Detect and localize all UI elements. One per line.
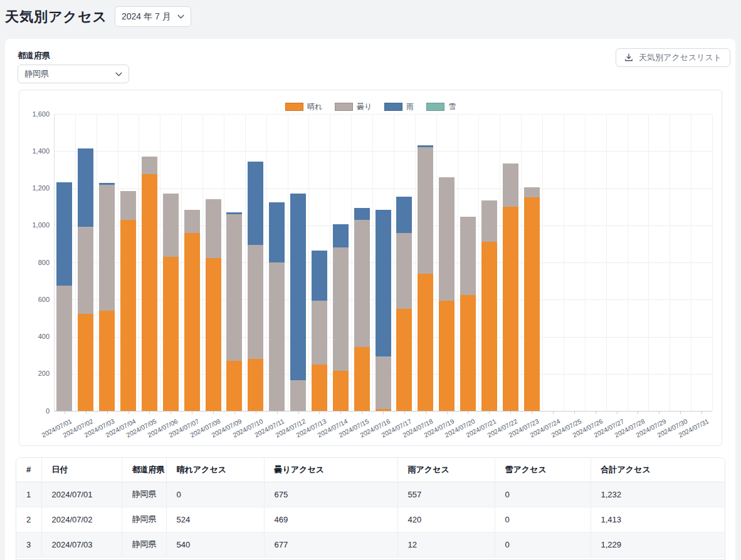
axis-tick (129, 411, 129, 414)
bar-segment[interactable] (376, 210, 391, 356)
bar-segment[interactable] (248, 162, 263, 245)
bar-segment[interactable] (439, 301, 455, 411)
table-cell: 0 (495, 532, 591, 557)
bar-segment[interactable] (56, 182, 72, 286)
bar-segment[interactable] (120, 220, 136, 411)
bar-segment[interactable] (524, 187, 540, 197)
bar-segment[interactable] (354, 208, 370, 220)
bar-segment[interactable] (226, 212, 242, 214)
bar-segment[interactable] (503, 163, 518, 207)
bar-segment[interactable] (460, 295, 476, 411)
legend-item: 曇り (335, 101, 372, 112)
table-cell: 557 (397, 482, 495, 507)
bar-segment[interactable] (269, 262, 285, 411)
y-tick-label: 0 (19, 407, 50, 415)
bar-segment[interactable] (78, 148, 93, 226)
table-cell: 12 (397, 532, 495, 557)
bar-segment[interactable] (142, 174, 157, 411)
bar-segment[interactable] (439, 177, 455, 301)
bar-segment[interactable] (184, 233, 200, 411)
column-header: # (16, 458, 41, 482)
v-gridline (160, 114, 160, 411)
access-data-table: #日付都道府県晴れアクセス曇りアクセス雨アクセス雪アクセス合計アクセス 1202… (16, 458, 725, 557)
v-gridline (288, 114, 288, 411)
bar-segment[interactable] (333, 371, 349, 411)
y-tick-label: 400 (19, 333, 50, 340)
bar-segment[interactable] (99, 185, 115, 311)
bar-segment[interactable] (184, 210, 200, 233)
axis-tick (553, 411, 554, 414)
bar-segment[interactable] (481, 242, 497, 411)
y-tick-label: 1,200 (19, 184, 50, 192)
bar-segment[interactable] (56, 286, 72, 411)
table-cell: 静岡県 (122, 482, 166, 507)
column-header: 曇りアクセス (264, 458, 397, 482)
axis-tick (319, 411, 320, 414)
v-gridline (97, 114, 97, 411)
v-gridline (308, 114, 309, 411)
bar-segment[interactable] (163, 194, 179, 257)
table-cell: 420 (397, 507, 495, 532)
table-cell: 2 (16, 507, 41, 532)
table-row: 12024/07/01静岡県067555701,232 (16, 482, 725, 507)
bar-segment[interactable] (333, 247, 349, 371)
bar-segment[interactable] (354, 347, 370, 411)
v-gridline (691, 114, 691, 411)
axis-tick (383, 411, 384, 414)
bar-segment[interactable] (418, 145, 433, 147)
bar-segment[interactable] (206, 258, 221, 411)
bar-segment[interactable] (290, 380, 306, 411)
bar-segment[interactable] (396, 309, 412, 411)
bar-segment[interactable] (312, 251, 327, 301)
axis-tick (510, 411, 511, 414)
bar-segment[interactable] (396, 233, 412, 309)
bar-segment[interactable] (226, 361, 242, 411)
bar-segment[interactable] (312, 301, 327, 365)
bar-segment[interactable] (78, 314, 93, 411)
bar-segment[interactable] (481, 200, 497, 242)
bar-segment[interactable] (206, 199, 221, 257)
prefecture-select[interactable]: 静岡県 (18, 65, 129, 83)
axis-tick (468, 411, 468, 414)
month-select[interactable]: 2024 年 7 月 (115, 6, 191, 27)
bar-segment[interactable] (99, 311, 115, 411)
bar-segment[interactable] (312, 365, 327, 411)
table-cell: 3 (16, 532, 41, 557)
axis-tick (234, 411, 235, 414)
v-gridline (585, 114, 586, 411)
axis-tick (192, 411, 192, 414)
v-gridline (351, 114, 352, 411)
table-cell: 2024/07/01 (41, 482, 122, 507)
axis-tick (86, 411, 87, 414)
axis-tick (65, 411, 65, 414)
y-gridline (54, 114, 712, 115)
bar-segment[interactable] (269, 202, 285, 262)
bar-segment[interactable] (248, 359, 263, 411)
v-gridline (542, 114, 543, 411)
bar-segment[interactable] (418, 147, 433, 273)
bar-segment[interactable] (524, 197, 540, 411)
bar-segment[interactable] (418, 274, 433, 411)
legend-label: 晴れ (307, 101, 322, 112)
bar-segment[interactable] (226, 214, 242, 361)
bar-segment[interactable] (354, 220, 370, 347)
bar-segment[interactable] (290, 194, 306, 380)
bar-segment[interactable] (142, 157, 157, 174)
v-gridline (648, 114, 649, 411)
bar-segment[interactable] (460, 217, 476, 294)
bar-segment[interactable] (248, 245, 263, 359)
bar-segment[interactable] (78, 227, 93, 314)
axis-tick (107, 411, 108, 414)
bar-segment[interactable] (99, 183, 115, 185)
legend-label: 雨 (406, 101, 414, 112)
bar-segment[interactable] (376, 356, 391, 409)
y-tick-label: 200 (19, 370, 50, 377)
access-table: #日付都道府県晴れアクセス曇りアクセス雨アクセス雪アクセス合計アクセス 1202… (16, 457, 725, 560)
bar-segment[interactable] (163, 257, 179, 411)
download-button[interactable]: 天気別アクセスリスト (616, 48, 730, 67)
bar-segment[interactable] (120, 191, 136, 220)
bar-segment[interactable] (396, 197, 412, 233)
bar-segment[interactable] (503, 207, 518, 411)
axis-tick (426, 411, 426, 414)
bar-segment[interactable] (333, 224, 349, 247)
